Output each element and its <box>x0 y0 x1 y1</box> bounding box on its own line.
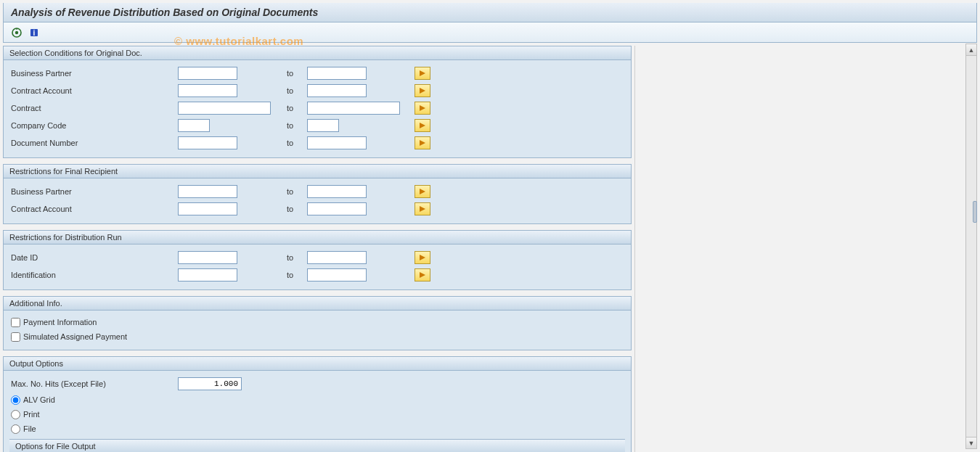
multi-select-button[interactable] <box>415 136 430 149</box>
row-date-id: Date ID to <box>9 249 625 266</box>
multi-select-button[interactable] <box>415 251 430 264</box>
svg-marker-13 <box>420 272 425 278</box>
group-distribution-run: Restrictions for Distribution Run Date I… <box>3 230 632 290</box>
radio-print: Print <box>9 407 625 422</box>
checkbox-payment-info: Payment Information <box>9 315 625 329</box>
info-button[interactable]: i <box>27 25 41 40</box>
label-max-hits: Max. No. Hits (Except File) <box>9 379 178 388</box>
radio-label: ALV Grid <box>23 395 55 404</box>
arrow-right-icon <box>418 205 427 213</box>
scroll-grip-icon[interactable] <box>973 201 977 223</box>
to-label: to <box>284 271 307 279</box>
group-title: Output Options <box>4 357 631 371</box>
multi-select-button[interactable] <box>415 185 430 198</box>
multi-select-button[interactable] <box>415 268 430 282</box>
file-radio[interactable] <box>11 424 20 434</box>
arrow-right-icon <box>418 70 427 77</box>
row-business-partner: Business Partner to <box>9 65 625 81</box>
to-label: to <box>284 187 307 196</box>
identification-from-input[interactable] <box>178 268 237 282</box>
checkbox-simulated-payment: Simulated Assigned Payment <box>9 329 625 344</box>
business-partner-to-input[interactable] <box>307 67 367 80</box>
simulated-payment-checkbox[interactable] <box>11 332 20 342</box>
company-code-from-input[interactable] <box>178 119 210 132</box>
radio-file: File <box>9 422 625 436</box>
execute-icon <box>12 28 22 38</box>
identification-to-input[interactable] <box>307 268 367 282</box>
group-output-options: Output Options Max. No. Hits (Except Fil… <box>3 356 632 452</box>
payment-info-checkbox[interactable] <box>11 318 20 327</box>
group-final-recipient: Restrictions for Final Recipient Busines… <box>3 164 632 224</box>
row-recip-contract-account: Contract Account to <box>9 200 625 217</box>
date-id-to-input[interactable] <box>307 251 367 264</box>
arrow-right-icon <box>418 104 427 112</box>
label-contract-account: Contract Account <box>9 205 178 213</box>
group-selection-conditions: Selection Conditions for Original Doc. B… <box>3 46 632 158</box>
to-label: to <box>284 121 307 130</box>
date-id-from-input[interactable] <box>178 251 237 264</box>
label-date-id: Date ID <box>9 253 178 262</box>
recip-bp-from-input[interactable] <box>178 185 237 198</box>
group-title: Restrictions for Distribution Run <box>4 231 631 245</box>
print-radio[interactable] <box>11 410 20 419</box>
multi-select-button[interactable] <box>415 102 430 115</box>
alv-grid-radio[interactable] <box>11 395 20 405</box>
label-company-code: Company Code <box>9 121 178 130</box>
radio-alv-grid: ALV Grid <box>9 393 625 407</box>
document-number-to-input[interactable] <box>307 136 367 149</box>
row-max-hits: Max. No. Hits (Except File) <box>9 375 625 392</box>
group-title: Additional Info. <box>4 297 631 311</box>
row-recip-business-partner: Business Partner to <box>9 183 625 200</box>
to-label: to <box>284 104 307 112</box>
contract-to-input[interactable] <box>307 102 400 115</box>
document-number-from-input[interactable] <box>178 136 237 149</box>
row-contract: Contract to <box>9 99 625 116</box>
svg-marker-5 <box>420 70 425 76</box>
execute-button[interactable] <box>9 25 24 40</box>
label-business-partner: Business Partner <box>9 187 178 196</box>
svg-text:i: i <box>33 29 36 37</box>
scroll-down-button[interactable]: ▼ <box>966 437 976 448</box>
radio-label: File <box>23 424 36 433</box>
right-blank-area <box>634 46 977 452</box>
row-identification: Identification to <box>9 266 625 283</box>
svg-marker-9 <box>420 140 425 146</box>
to-label: to <box>284 205 307 213</box>
label-business-partner: Business Partner <box>9 69 178 78</box>
label-identification: Identification <box>9 271 178 279</box>
to-label: to <box>284 86 307 95</box>
checkbox-label: Simulated Assigned Payment <box>23 332 127 341</box>
vertical-scrollbar[interactable]: ▲ ▼ <box>965 44 977 449</box>
group-additional-info: Additional Info. Payment Information Sim… <box>3 296 632 350</box>
label-contract-account: Contract Account <box>9 86 178 95</box>
recip-bp-to-input[interactable] <box>307 185 367 198</box>
contract-from-input[interactable] <box>178 102 271 115</box>
info-icon: i <box>29 28 39 38</box>
contract-account-from-input[interactable] <box>178 84 237 97</box>
checkbox-label: Payment Information <box>23 318 97 326</box>
arrow-right-icon <box>418 188 427 195</box>
label-document-number: Document Number <box>9 139 178 147</box>
multi-select-button[interactable] <box>415 202 430 215</box>
recip-ca-to-input[interactable] <box>307 202 367 215</box>
multi-select-button[interactable] <box>415 119 430 132</box>
row-company-code: Company Code to <box>9 117 625 133</box>
business-partner-from-input[interactable] <box>178 67 237 80</box>
multi-select-button[interactable] <box>415 84 430 97</box>
scroll-up-button[interactable]: ▲ <box>966 44 976 56</box>
svg-marker-6 <box>420 88 425 94</box>
group-title: Restrictions for Final Recipient <box>4 165 631 178</box>
svg-marker-7 <box>420 105 425 111</box>
label-contract: Contract <box>9 104 178 112</box>
company-code-to-input[interactable] <box>307 119 339 132</box>
svg-marker-8 <box>420 123 425 128</box>
max-hits-input[interactable] <box>178 377 242 390</box>
toolbar: i <box>3 22 977 43</box>
to-label: to <box>284 253 307 262</box>
contract-account-to-input[interactable] <box>307 84 367 97</box>
svg-marker-12 <box>420 255 425 260</box>
recip-ca-from-input[interactable] <box>178 202 237 215</box>
arrow-right-icon <box>418 87 427 94</box>
to-label: to <box>284 69 307 78</box>
multi-select-button[interactable] <box>415 67 430 80</box>
